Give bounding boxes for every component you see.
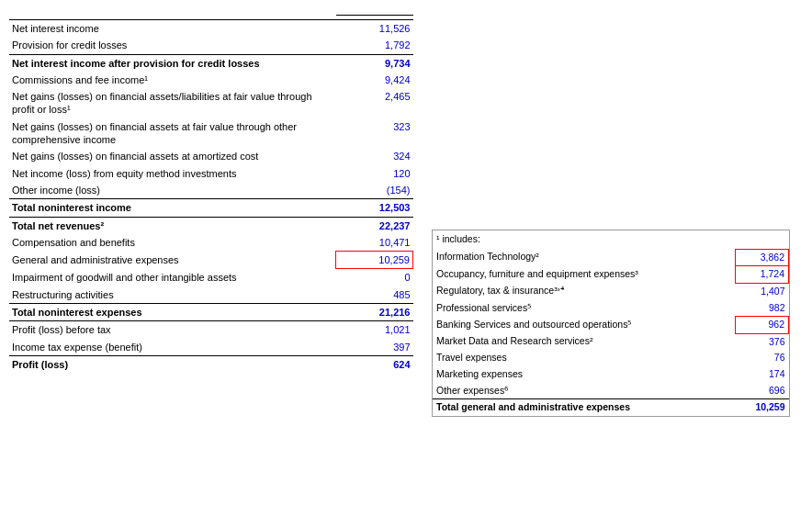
right-row-label: Market Data and Research services²	[433, 333, 736, 350]
row-value: 324	[336, 148, 413, 164]
row-value: 10,471	[336, 234, 413, 252]
table-row: Compensation and benefits10,471	[9, 234, 413, 252]
right-table-row: Information Technology²3,862	[433, 249, 789, 266]
table-row: Income tax expense (benefit)397	[9, 339, 413, 356]
table-row: Total noninterest expenses21,216	[9, 304, 413, 321]
right-table-row: Professional services⁵982	[433, 300, 789, 317]
right-table-row: Marketing expenses174	[433, 366, 789, 383]
right-row-value: 962	[736, 317, 789, 334]
row-label: Net gains (losses) on financial assets a…	[9, 118, 336, 149]
right-row-value: 3,862	[736, 249, 789, 266]
table-row: Profit (loss) before tax1,021	[9, 321, 413, 339]
row-label: Net gains (losses) on financial assets a…	[9, 148, 336, 164]
table-row: Other income (loss)(154)	[9, 182, 413, 199]
row-value: 12,503	[336, 199, 413, 217]
right-row-value: 982	[736, 300, 789, 317]
row-label: Total noninterest income	[9, 199, 336, 217]
row-value: 485	[336, 286, 413, 304]
table-row: Profit (loss)624	[9, 355, 413, 373]
table-row: Provision for credit losses1,792	[9, 37, 413, 54]
right-row-label: Other expenses⁶	[433, 383, 736, 399]
right-row-value: 174	[736, 366, 789, 383]
row-value: 120	[336, 165, 413, 182]
row-value: 323	[336, 118, 413, 149]
row-label: Total noninterest expenses	[9, 304, 336, 321]
row-value: (154)	[336, 182, 413, 199]
row-label: Net interest income	[9, 20, 336, 38]
table-row: Net gains (losses) on financial assets/l…	[9, 88, 413, 118]
row-value: 11,526	[336, 20, 413, 38]
row-label: Commissions and fee income¹	[9, 72, 336, 88]
row-value: 10,259	[336, 252, 413, 269]
row-label: Restructuring activities	[9, 286, 336, 304]
right-row-label: Banking Services and outsourced operatio…	[433, 317, 736, 334]
right-row-label: Professional services⁵	[433, 300, 736, 317]
right-row-value: 376	[736, 333, 789, 350]
row-value: 22,237	[336, 217, 413, 234]
table-row: Total noninterest income12,503	[9, 199, 413, 217]
row-label: Compensation and benefits	[9, 234, 336, 252]
row-value: 2,465	[336, 88, 413, 118]
table-row: Net gains (losses) on financial assets a…	[9, 118, 413, 149]
right-row-label: Marketing expenses	[433, 366, 736, 383]
table-row: Net income (loss) from equity method inv…	[9, 165, 413, 182]
row-label: Provision for credit losses	[9, 37, 336, 54]
table-row: Restructuring activities485	[9, 286, 413, 304]
row-label: Total net revenues²	[9, 217, 336, 234]
table-row: General and administrative expenses10,25…	[9, 252, 413, 269]
right-row-value: 696	[736, 383, 789, 399]
right-row-label: Total general and administrative expense…	[433, 399, 736, 416]
right-row-label: Regulatory, tax & insurance³˒⁴	[433, 283, 736, 299]
table-row: Commissions and fee income¹9,424	[9, 72, 413, 88]
right-header-label: ¹ includes:	[433, 230, 789, 249]
right-table-row: Travel expenses76	[433, 350, 789, 366]
right-row-value: 1,724	[736, 266, 789, 284]
row-value: 9,734	[336, 54, 413, 72]
row-label: Profit (loss)	[9, 355, 336, 373]
right-row-value: 1,407	[736, 283, 789, 299]
right-table-row: Total general and administrative expense…	[433, 399, 789, 416]
row-label: Net income (loss) from equity method inv…	[9, 165, 336, 182]
row-label: General and administrative expenses	[9, 252, 336, 269]
right-details-table: ¹ includes:Information Technology²3,862O…	[432, 230, 790, 417]
right-row-value: 10,259	[736, 399, 789, 416]
right-row-label: Occupancy, furniture and equipment expen…	[433, 266, 736, 284]
table-row: Net interest income after provision for …	[9, 54, 413, 72]
right-table-row: Banking Services and outsourced operatio…	[433, 317, 789, 334]
row-value: 1,021	[336, 321, 413, 339]
right-header-row: ¹ includes:	[433, 230, 789, 249]
row-value: 624	[336, 355, 413, 373]
row-label: Impairment of goodwill and other intangi…	[9, 269, 336, 286]
row-label: Net interest income after provision for …	[9, 54, 336, 72]
right-table-row: Regulatory, tax & insurance³˒⁴1,407	[433, 283, 789, 299]
right-table-row: Other expenses⁶696	[433, 383, 789, 399]
table-row: Total net revenues²22,237	[9, 217, 413, 234]
row-value: 397	[336, 339, 413, 356]
row-value: 1,792	[336, 37, 413, 54]
right-table-row: Market Data and Research services²376	[433, 333, 789, 350]
right-row-label: Travel expenses	[433, 350, 736, 366]
right-row-label: Information Technology²	[433, 249, 736, 266]
row-label: Profit (loss) before tax	[9, 321, 336, 339]
row-label: Net gains (losses) on financial assets/l…	[9, 88, 336, 118]
right-table-row: Occupancy, furniture and equipment expen…	[433, 266, 789, 284]
row-label: Other income (loss)	[9, 182, 336, 199]
row-value: 0	[336, 269, 413, 286]
right-row-value: 76	[736, 350, 789, 366]
table-row: Net gains (losses) on financial assets a…	[9, 148, 413, 164]
table-row: Impairment of goodwill and other intangi…	[9, 269, 413, 286]
row-value: 21,216	[336, 304, 413, 321]
row-label: Income tax expense (benefit)	[9, 339, 336, 356]
row-value: 9,424	[336, 72, 413, 88]
table-row: Net interest income11,526	[9, 20, 413, 38]
left-financial-table: Net interest income11,526Provision for c…	[9, 9, 413, 373]
